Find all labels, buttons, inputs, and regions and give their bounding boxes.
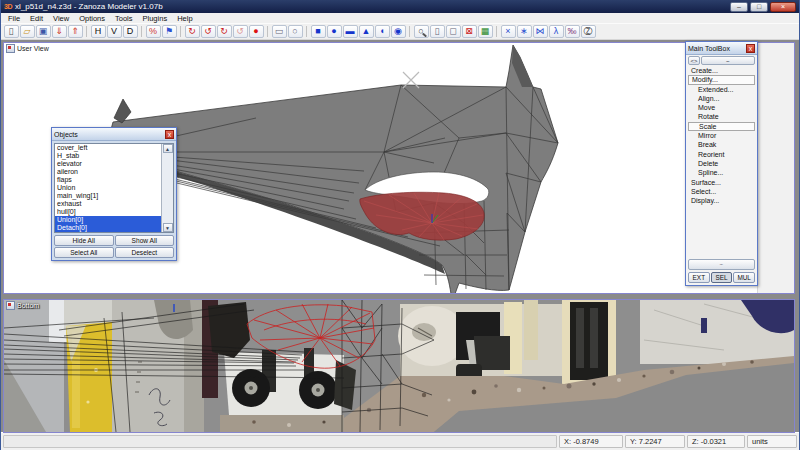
scroll-up-icon[interactable]: ▲ bbox=[163, 144, 173, 153]
delete-object-icon[interactable]: ⊠ bbox=[462, 25, 477, 38]
viewport-label-user-view[interactable]: User View bbox=[6, 44, 49, 53]
menu-plugins[interactable]: Plugins bbox=[138, 14, 173, 23]
toolbar-separator bbox=[267, 26, 268, 37]
toolbox-item-mirror[interactable]: Mirror bbox=[688, 131, 755, 140]
object-item[interactable]: aileron bbox=[55, 168, 161, 176]
menu-options[interactable]: Options bbox=[74, 14, 110, 23]
objects-panel-titlebar[interactable]: Objects x bbox=[52, 128, 176, 141]
flag-tool-icon[interactable]: ⚑ bbox=[162, 25, 177, 38]
primitive-box-icon[interactable]: ■ bbox=[311, 25, 326, 38]
primitive-slab-icon[interactable]: ▬ bbox=[343, 25, 358, 38]
primitive-disc-icon[interactable]: ◖ bbox=[375, 25, 390, 38]
ext-mode-button[interactable]: EXT bbox=[688, 272, 710, 283]
save-icon[interactable]: ▣ bbox=[36, 25, 51, 38]
primitive-cone-icon[interactable]: ▲ bbox=[359, 25, 374, 38]
material-percent-icon[interactable]: % bbox=[146, 25, 161, 38]
cut-tool-icon-1[interactable]: × bbox=[501, 25, 516, 38]
close-button[interactable]: × bbox=[770, 2, 796, 12]
hide-all-button[interactable]: Hide All bbox=[54, 235, 114, 246]
maximize-button[interactable]: □ bbox=[750, 2, 768, 12]
new-file-icon[interactable]: ▯ bbox=[4, 25, 19, 38]
units-indicator: units bbox=[747, 435, 797, 448]
viewport-icon bbox=[6, 301, 15, 310]
toolbox-item-move[interactable]: Move bbox=[688, 103, 755, 112]
zoom-icon[interactable]: ○ bbox=[414, 25, 429, 38]
toolbox-item-delete[interactable]: Delete bbox=[688, 159, 755, 168]
object-item[interactable]: Union[0] bbox=[55, 216, 161, 224]
object-item[interactable]: main_wing[1] bbox=[55, 192, 161, 200]
sel-mode-button[interactable]: SEL bbox=[711, 272, 733, 283]
toolbox-item-reorient[interactable]: Reorient bbox=[688, 150, 755, 159]
primitive-sphere-icon[interactable]: ● bbox=[327, 25, 342, 38]
object-item[interactable]: exhaust bbox=[55, 200, 161, 208]
texture-image-icon[interactable]: ▦ bbox=[478, 25, 493, 38]
zmodeler-logo-icon[interactable]: Ⓩ bbox=[581, 25, 596, 38]
menu-view[interactable]: View bbox=[48, 14, 74, 23]
scroll-down-icon[interactable]: ▼ bbox=[163, 223, 173, 232]
mirror-percent-icon[interactable]: ‰ bbox=[565, 25, 580, 38]
toolbox-item-surface[interactable]: Surface... bbox=[688, 178, 755, 187]
primitive-torus-icon[interactable]: ◉ bbox=[391, 25, 406, 38]
object-item[interactable]: elevator bbox=[55, 160, 161, 168]
toolbar-separator bbox=[409, 26, 410, 37]
orbit-sphere-icon-1[interactable]: ↻ bbox=[185, 25, 200, 38]
toolbox-item-rotate[interactable]: Rotate bbox=[688, 112, 755, 121]
menu-edit[interactable]: Edit bbox=[25, 14, 48, 23]
toolbox-item-modify[interactable]: Modify... bbox=[688, 75, 755, 84]
select-circle-icon[interactable]: ○ bbox=[288, 25, 303, 38]
cut-tool-icon-3[interactable]: ⋈ bbox=[533, 25, 548, 38]
orbit-sphere-icon-4[interactable]: ↺ bbox=[233, 25, 248, 38]
viewport-label-bottom[interactable]: Bottom bbox=[6, 301, 39, 310]
d-view-button[interactable]: D bbox=[123, 25, 138, 38]
menu-tools[interactable]: Tools bbox=[110, 14, 138, 23]
toolbox-item-break[interactable]: Break bbox=[688, 140, 755, 149]
red-sphere-icon[interactable]: ● bbox=[249, 25, 264, 38]
objects-buttons: Hide AllShow AllSelect AllDeselect bbox=[54, 235, 174, 258]
menu-help[interactable]: Help bbox=[172, 14, 197, 23]
toolbox-item-spline[interactable]: Spline... bbox=[688, 168, 755, 177]
toolbox-item-create[interactable]: Create... bbox=[688, 66, 755, 75]
cut-tool-icon-4[interactable]: λ bbox=[549, 25, 564, 38]
show-all-button[interactable]: Show All bbox=[115, 235, 175, 246]
object-item[interactable]: H_stab bbox=[55, 152, 161, 160]
object-item[interactable]: cover_left bbox=[55, 144, 161, 152]
toolbox-close-button[interactable]: x bbox=[746, 44, 755, 53]
toolbox-back-button[interactable]: <> bbox=[688, 56, 700, 65]
toolbox-item-scale[interactable]: Scale bbox=[688, 122, 755, 131]
object-item[interactable]: Union bbox=[55, 184, 161, 192]
open-folder-icon[interactable]: ▱ bbox=[20, 25, 35, 38]
toolbox-item-extended[interactable]: Extended... bbox=[688, 85, 755, 94]
menu-file[interactable]: File bbox=[3, 14, 25, 23]
objects-close-button[interactable]: x bbox=[165, 130, 174, 139]
v-view-button[interactable]: V bbox=[107, 25, 122, 38]
object-item[interactable]: flaps bbox=[55, 176, 161, 184]
window-controls: –□× bbox=[730, 2, 796, 12]
toolbox-item-select[interactable]: Select... bbox=[688, 187, 755, 196]
toolbox-titlebar[interactable]: Main ToolBox x bbox=[686, 42, 757, 55]
export-icon[interactable]: ⇑ bbox=[68, 25, 83, 38]
minimize-button[interactable]: – bbox=[730, 2, 748, 12]
cube-icon[interactable]: ◻ bbox=[446, 25, 461, 38]
orbit-sphere-icon-2[interactable]: ↺ bbox=[201, 25, 216, 38]
h-view-button[interactable]: H bbox=[91, 25, 106, 38]
reference-photo[interactable] bbox=[4, 300, 794, 432]
cut-tool-icon-2[interactable]: ∗ bbox=[517, 25, 532, 38]
select-rectangle-icon[interactable]: ▭ bbox=[272, 25, 287, 38]
objects-scrollbar[interactable]: ▲ ▼ bbox=[161, 144, 173, 232]
deselect-button[interactable]: Deselect bbox=[115, 247, 175, 258]
toolbar: ▯▱▣⇓⇑HVD%⚑↻↺↻↺●▭○■●▬▲◖◉○▯◻⊠▦×∗⋈λ‰Ⓩ bbox=[1, 23, 799, 40]
cylinder-icon[interactable]: ▯ bbox=[430, 25, 445, 38]
toolbox-item-align[interactable]: Align... bbox=[688, 94, 755, 103]
toolbox-item-display[interactable]: Display... bbox=[688, 196, 755, 205]
toolbox-scroll-down-button[interactable]: ⌣ bbox=[688, 259, 755, 270]
select-all-button[interactable]: Select All bbox=[54, 247, 114, 258]
viewport-bottom[interactable]: Bottom bbox=[3, 299, 795, 433]
import-icon[interactable]: ⇓ bbox=[52, 25, 67, 38]
mul-mode-button[interactable]: MUL bbox=[733, 272, 755, 283]
object-item[interactable]: Detach[0] bbox=[55, 224, 161, 232]
object-item[interactable]: hull[0] bbox=[55, 208, 161, 216]
toolbox-scroll-up-button[interactable]: ⌢ bbox=[701, 56, 755, 65]
objects-list[interactable]: cover_leftH_stabelevatoraileronflapsUnio… bbox=[55, 144, 161, 232]
orbit-sphere-icon-3[interactable]: ↻ bbox=[217, 25, 232, 38]
titlebar[interactable]: 3D xl_p51d_n4.z3d - Zanoza Modeler v1.07… bbox=[1, 0, 799, 13]
